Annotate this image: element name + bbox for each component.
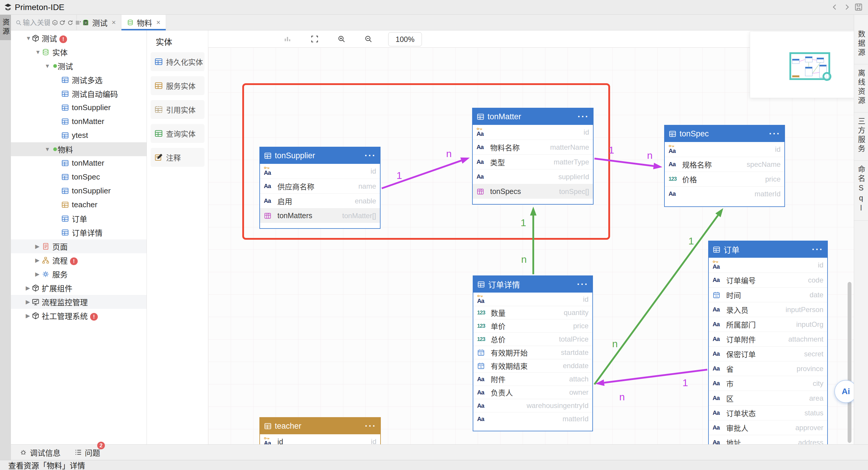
entity-header[interactable]: tonMatter ···	[473, 108, 593, 125]
field-row-tonSpec[][interactable]: 1:ntonSpecs tonSpec[]	[473, 184, 593, 199]
field-row-city[interactable]: Aa市 city	[709, 376, 827, 391]
tree-item-社工管理系统[interactable]: ▶社工管理系统!	[11, 309, 147, 323]
field-row-price[interactable]: 123价格 price	[665, 171, 784, 186]
field-row-status[interactable]: Aa订单状态 status	[709, 405, 827, 420]
field-row-matterId[interactable]: Aa matterId	[665, 186, 784, 201]
field-row-id[interactable]: Aaid id	[260, 434, 380, 444]
fit-screen-icon[interactable]	[310, 35, 319, 43]
right-rail-tab-数据源[interactable]: 数据源	[854, 25, 868, 64]
tree-item-tonSupplier[interactable]: tonSupplier	[11, 184, 147, 198]
field-row-inputOrg[interactable]: Aa所属部门 inputOrg	[709, 317, 827, 332]
field-row-attachment[interactable]: Aa订单附件 attachment	[709, 332, 827, 346]
field-row-startdate[interactable]: 31有效期开始 startdate	[473, 346, 592, 359]
tab-close-icon[interactable]: ×	[156, 18, 160, 27]
right-rail-tab-命名Sql[interactable]: 命名Sql	[854, 161, 868, 221]
nav-back-icon[interactable]	[830, 2, 840, 12]
tree-item-teacher[interactable]: teacher	[11, 198, 147, 212]
nav-forward-icon[interactable]	[842, 2, 851, 12]
problems-button[interactable]: 问题 2	[74, 447, 100, 458]
palette-item-查询实体[interactable]: 查询实体	[151, 124, 205, 143]
entity-tonSupplier[interactable]: tonSupplier ··· Aa id Aa供应商名称 name Aa启用 …	[259, 147, 380, 229]
tree-item-扩展组件[interactable]: ▶扩展组件	[11, 281, 147, 295]
field-row-matterType[interactable]: Aa类型 matterType	[473, 155, 593, 169]
tab-close-icon[interactable]: ×	[112, 18, 116, 27]
chevron-down-icon[interactable]: ▼	[44, 63, 50, 69]
tab-测试[interactable]: 测试 ×	[77, 15, 121, 30]
palette-item-注释[interactable]: 注释	[151, 148, 205, 167]
field-row-date[interactable]: 31时间 date	[709, 287, 827, 302]
chevron-down-icon[interactable]: ▼	[26, 35, 31, 42]
new-module-icon[interactable]	[59, 20, 66, 26]
field-row-enddate[interactable]: 31有效期结束 enddate	[473, 359, 592, 372]
entity-menu-icon[interactable]: ···	[769, 131, 780, 137]
canvas-scrollbar[interactable]	[848, 282, 851, 443]
field-row-id[interactable]: Aa id	[473, 293, 592, 306]
refresh-icon[interactable]	[67, 20, 73, 26]
ai-icon[interactable]: AI	[52, 20, 58, 26]
field-row-address[interactable]: Aa地址 address	[709, 435, 827, 444]
field-row-code[interactable]: Aa订单编号 code	[709, 272, 827, 287]
right-rail-tab-三方服务[interactable]: 三方服务	[854, 112, 868, 161]
field-row-owner[interactable]: Aa负责人 owner	[473, 385, 592, 399]
field-row-supplierId[interactable]: Aa supplierId	[473, 169, 593, 184]
tree-item-tonSupplier[interactable]: tonSupplier	[11, 101, 147, 114]
field-row-name[interactable]: Aa供应商名称 name	[260, 179, 380, 193]
zoom-level[interactable]: 100%	[388, 32, 422, 46]
tree-item-服务[interactable]: ▶服务	[11, 267, 147, 281]
field-row-price[interactable]: 123单价 price	[473, 319, 592, 332]
tree-item-实体[interactable]: ▼实体	[11, 45, 147, 59]
entity-menu-icon[interactable]: ···	[365, 153, 376, 159]
minimap-resize-handle[interactable]	[823, 72, 831, 81]
stats-icon[interactable]	[283, 35, 292, 43]
field-row-area[interactable]: Aa区 area	[709, 391, 827, 405]
field-row-warehousingentryId[interactable]: Aa warehousingentryId	[473, 399, 592, 412]
entity-menu-icon[interactable]: ···	[577, 281, 589, 287]
tree-item-流程[interactable]: ▶流程!	[11, 253, 147, 267]
entity-menu-icon[interactable]: ···	[365, 423, 376, 429]
field-row-totalPrice[interactable]: 123总价 totalPrice	[473, 332, 592, 346]
tree-item-订单[interactable]: 订单	[11, 212, 147, 226]
field-row-inputPerson[interactable]: Aa录入员 inputPerson	[709, 302, 827, 317]
save-icon[interactable]	[854, 2, 863, 12]
tree-item-测试多选[interactable]: 测试多选	[11, 73, 147, 87]
entity-menu-icon[interactable]: ···	[812, 246, 824, 253]
entity-header[interactable]: tonSpec ···	[665, 126, 784, 142]
palette-item-持久化实体[interactable]: 持久化实体	[151, 52, 205, 71]
tree-item-测试[interactable]: ▼测试!	[11, 31, 147, 45]
field-row-id[interactable]: Aa id	[473, 125, 593, 140]
entity-tonSpec[interactable]: tonSpec ··· Aa id Aa规格名称 specName 123价格 …	[664, 125, 785, 207]
entity-menu-icon[interactable]: ···	[578, 114, 589, 120]
field-row-matterId[interactable]: Aa matterId	[473, 412, 592, 426]
tree-item-tonMatter[interactable]: tonMatter	[11, 156, 147, 170]
entity-header[interactable]: 订单 ···	[709, 241, 827, 258]
field-row-approver[interactable]: Aa审批人 approver	[709, 420, 827, 435]
field-row-id[interactable]: Aa id	[709, 258, 827, 272]
tree-item-测试[interactable]: ▼测试	[11, 59, 147, 73]
chevron-right-icon[interactable]: ▶	[26, 299, 30, 305]
tree-item-tonSpec[interactable]: tonSpec	[11, 170, 147, 184]
field-row-attach[interactable]: Aa附件 attach	[473, 372, 592, 385]
field-row-id[interactable]: Aa id	[260, 164, 380, 179]
chevron-right-icon[interactable]: ▶	[35, 271, 39, 277]
field-row-secret[interactable]: Aa保密订单 secret	[709, 346, 827, 361]
field-row-id[interactable]: Aa id	[665, 142, 784, 157]
zoom-out-icon[interactable]	[364, 35, 373, 43]
tree-item-流程监控管理[interactable]: ▶流程监控管理	[11, 295, 147, 309]
tree-item-页面[interactable]: ▶页面	[11, 239, 147, 253]
field-row-matterName[interactable]: Aa物料名称 matterName	[473, 140, 593, 155]
diagram-canvas[interactable]: tonSupplier ··· Aa id Aa供应商名称 name Aa启用 …	[147, 30, 854, 444]
zoom-in-icon[interactable]	[337, 35, 346, 43]
field-row-enable[interactable]: Aa启用 enable	[260, 193, 380, 208]
tree-item-tonMatter[interactable]: tonMatter	[11, 114, 147, 128]
minimap[interactable]	[750, 31, 854, 98]
debug-info-button[interactable]: 调试信息	[19, 447, 61, 458]
field-row-specName[interactable]: Aa规格名称 specName	[665, 157, 784, 171]
entity-teacher[interactable]: teacher ··· Aaid id	[259, 417, 381, 444]
field-row-tonMatter[][interactable]: 1:ntonMatters tonMatter[]	[260, 208, 380, 223]
entity-订单详情[interactable]: 订单详情 ··· Aa id 123数量 quantity 123单价 pric…	[473, 275, 593, 431]
chevron-right-icon[interactable]: ▶	[26, 312, 30, 319]
right-rail-tab-离线资源[interactable]: 离线资源	[854, 64, 868, 112]
field-row-province[interactable]: Aa省 province	[709, 361, 827, 376]
chevron-right-icon[interactable]: ▶	[35, 257, 39, 264]
entity-订单[interactable]: 订单 ··· Aa id Aa订单编号 code 31时间 date Aa录入员…	[708, 241, 828, 444]
